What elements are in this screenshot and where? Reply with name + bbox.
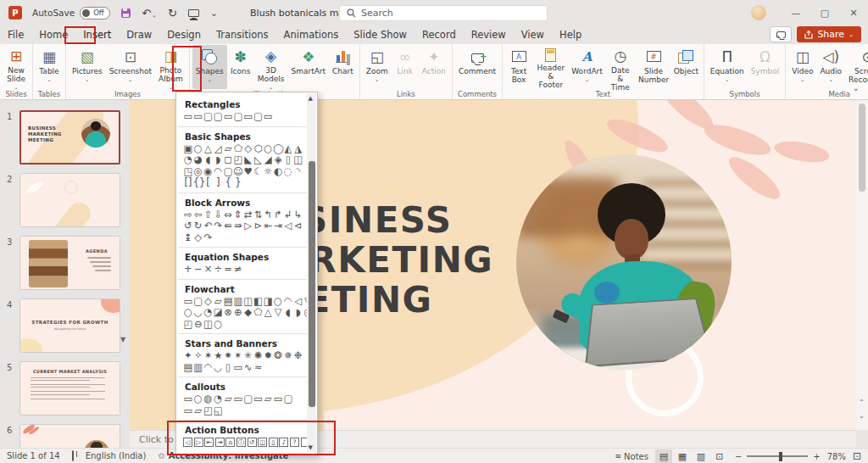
shape-item[interactable]: ◔	[183, 154, 193, 165]
proofing-book-icon[interactable]	[72, 450, 74, 461]
tab-record[interactable]: Record	[415, 26, 464, 43]
shape-item[interactable]: ◨	[263, 296, 273, 307]
shape-item[interactable]: ◧	[253, 296, 264, 307]
object-button[interactable]: Object	[671, 45, 701, 89]
shape-item[interactable]: ▢	[223, 166, 233, 177]
shape-item[interactable]: ◰	[233, 154, 243, 165]
slide-number-button[interactable]: #Slide Number	[636, 45, 670, 89]
slide-thumbnail-4[interactable]: STRATEGIES FOR GROWTHNavigating the futu…	[19, 298, 120, 353]
shape-item[interactable]: ◻	[223, 154, 233, 165]
shape-item[interactable]: ▢	[253, 111, 264, 122]
ribbon-collapse-icon[interactable]: ⌄	[853, 83, 860, 92]
minimize-button[interactable]: —	[782, 0, 810, 25]
shape-item[interactable]: ↰	[263, 209, 273, 220]
shape-item[interactable]: ◢	[263, 154, 273, 165]
shape-item[interactable]: ▭	[243, 111, 253, 122]
shape-item[interactable]: ◗	[293, 307, 303, 318]
slide-sorter-button[interactable]: ▦	[674, 449, 691, 463]
shape-item[interactable]: ⓘ	[236, 438, 246, 447]
shape-item[interactable]: ★	[213, 350, 223, 361]
shape-item[interactable]: ▭	[183, 393, 193, 404]
shape-item[interactable]: △	[263, 307, 273, 318]
reading-view-button[interactable]: ▥	[693, 449, 709, 463]
shape-item[interactable]: ▯	[283, 154, 293, 165]
shape-item[interactable]: ◡	[213, 362, 223, 373]
undo-button[interactable]: ↶⌄	[142, 8, 157, 19]
qat-overflow-icon[interactable]: ⌄	[210, 8, 218, 19]
text-box-button[interactable]: AText Box	[505, 45, 532, 89]
shape-item[interactable]: ◁	[183, 438, 192, 447]
table-button[interactable]: ▦Table⌄	[36, 45, 63, 89]
shape-item[interactable]: ⇨	[183, 209, 193, 220]
shape-item[interactable]: ↱	[273, 209, 283, 220]
save-icon[interactable]	[121, 8, 131, 18]
shape-item[interactable]: ⊗	[223, 307, 233, 318]
shape-item[interactable]: ⬠	[253, 307, 264, 318]
shape-item[interactable]: ◕	[193, 154, 203, 165]
shape-item[interactable]: ▥	[193, 362, 203, 373]
slide-counter[interactable]: Slide 1 of 14	[7, 451, 60, 460]
shape-item[interactable]: ▱	[223, 143, 233, 154]
shape-item[interactable]: [	[203, 177, 214, 188]
shape-item[interactable]: ⇤	[263, 220, 273, 232]
slide-thumbnail-1[interactable]: BUSINESS MARKETING MEETING	[19, 110, 120, 165]
shape-item[interactable]: ▯	[223, 362, 233, 373]
shape-item[interactable]: ↺	[248, 438, 257, 447]
restore-button[interactable]: ▢	[810, 0, 839, 25]
slideshow-button[interactable]: ⊡	[711, 449, 728, 463]
shape-item[interactable]: ◁	[293, 296, 303, 307]
shape-item[interactable]: ▢	[283, 393, 293, 404]
shape-item[interactable]: ✵	[283, 350, 293, 361]
present-from-start-icon[interactable]	[188, 9, 199, 17]
tab-transitions[interactable]: Transitions	[209, 26, 276, 43]
shape-item[interactable]: ⊖	[193, 319, 203, 330]
shape-item[interactable]: ×	[203, 264, 214, 275]
shape-item[interactable]: ▢	[233, 111, 243, 122]
tab-file[interactable]: File	[0, 26, 31, 43]
shape-item[interactable]: ◰	[203, 405, 214, 416]
new-slide-button[interactable]: ⊞New Slide⌄	[3, 45, 30, 89]
slide-thumbnail-6[interactable]: MARKET	[19, 424, 120, 448]
shape-item[interactable]: ▭	[273, 393, 283, 404]
shape-item[interactable]: ◔	[213, 393, 223, 404]
shapes-menu-scrollbar[interactable]: ▲▼	[307, 93, 316, 453]
scrollbar-thumb[interactable]	[859, 103, 865, 192]
equation-button[interactable]: ΠEquation⌄	[707, 45, 748, 89]
shape-item[interactable]: ⊳	[253, 220, 264, 232]
shape-item[interactable]: ☾	[253, 166, 264, 177]
shape-item[interactable]: ◫	[203, 319, 214, 330]
shape-item[interactable]: ⇦	[193, 209, 203, 220]
shape-item[interactable]: ▭	[193, 111, 203, 122]
shape-item[interactable]: ✴	[233, 350, 243, 361]
shape-item[interactable]: {}	[193, 177, 203, 188]
shape-item[interactable]: ◎	[193, 166, 203, 177]
shape-item[interactable]: ◇	[243, 143, 253, 154]
shape-item[interactable]: ◆	[243, 307, 253, 318]
shape-item[interactable]: ◌	[283, 166, 293, 177]
shape-item[interactable]: −	[193, 264, 203, 275]
shape-item[interactable]: ▭	[183, 296, 193, 307]
shape-item[interactable]: ≈	[253, 362, 264, 373]
tab-design[interactable]: Design	[159, 26, 209, 43]
shape-item[interactable]: ◫	[258, 438, 267, 447]
shape-item[interactable]: ○	[193, 393, 203, 404]
shape-item[interactable]: []	[183, 177, 193, 188]
shape-item[interactable]: }	[233, 177, 243, 188]
zoom-button[interactable]: ◱Zoom⌄	[363, 45, 392, 89]
shape-item[interactable]: +	[183, 264, 193, 275]
shape-item[interactable]: ◇	[203, 296, 214, 307]
tab-insert[interactable]: Insert	[75, 26, 119, 43]
chart-button[interactable]: Chart	[329, 45, 357, 89]
shape-item[interactable]: ▭	[223, 111, 233, 122]
shape-item[interactable]: ◉	[203, 166, 214, 177]
shape-item[interactable]: ❉	[293, 350, 303, 361]
scroll-up-icon[interactable]: ▲	[309, 95, 313, 102]
zoom-thumb[interactable]	[779, 452, 782, 461]
shape-item[interactable]: ↷	[203, 232, 214, 243]
shape-item[interactable]: ◐	[273, 166, 283, 177]
thumbnail-scroll-down-icon[interactable]: ▼	[120, 336, 125, 343]
shape-item[interactable]: ⊕	[233, 307, 243, 318]
wordart-button[interactable]: AWordArt⌄	[570, 45, 605, 89]
shape-item[interactable]: ▽	[273, 307, 283, 318]
pictures-button[interactable]: ▧Pictures⌄	[69, 45, 106, 89]
